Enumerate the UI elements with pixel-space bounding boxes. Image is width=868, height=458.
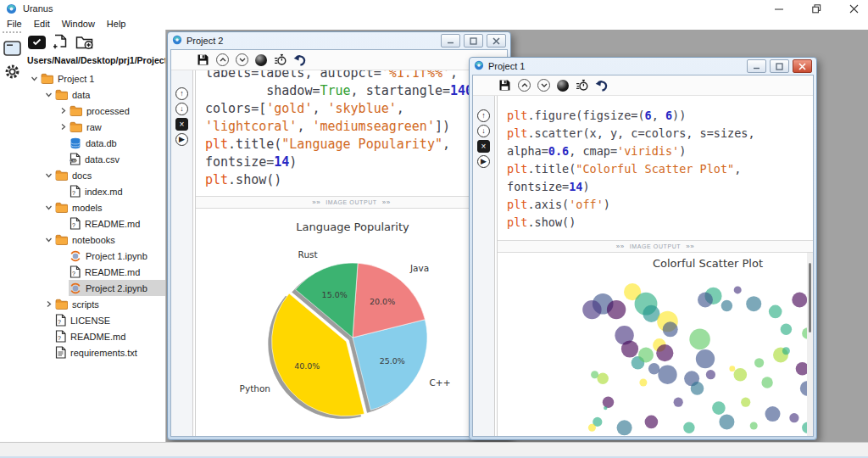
tree-item-data[interactable]: data — [24, 87, 165, 103]
code-editor[interactable]: plt.figure(figsize=(6, 6))plt.scatter(x,… — [498, 96, 813, 240]
move-cell-down-icon[interactable]: ↓ — [175, 103, 188, 115]
run-cell-icon[interactable]: ▶ — [175, 133, 188, 146]
code-line[interactable]: colors=['gold', 'skyblue', — [205, 100, 507, 118]
code-line[interactable]: plt.show() — [507, 214, 813, 232]
scrollbar-thumb[interactable] — [809, 263, 811, 332]
tree-item-processed[interactable]: processed — [24, 103, 165, 119]
tree-item-notebooks[interactable]: notebooks — [24, 232, 165, 248]
move-cell-down-icon[interactable]: ↓ — [477, 125, 490, 137]
scatter-point — [696, 349, 715, 368]
tree-item-readme-md[interactable]: ?README.md — [24, 328, 165, 344]
save-icon[interactable] — [498, 79, 511, 92]
move-cell-up-icon[interactable]: ↑ — [477, 109, 490, 122]
scrollbar-track[interactable] — [807, 253, 813, 436]
pie-category-label: Rust — [298, 249, 317, 260]
settings-gear-icon[interactable] — [2, 61, 22, 81]
new-file-button[interactable] — [53, 34, 68, 50]
child-title-bar[interactable]: Project 2 — [170, 32, 508, 49]
drag-grip[interactable] — [3, 31, 21, 35]
tree-item-data-csv[interactable]: CSVdata.csv — [24, 151, 165, 167]
chevron-down-icon[interactable] — [29, 75, 40, 82]
tree-item-readme-md[interactable]: ?README.md — [24, 215, 165, 232]
tree-item-docs[interactable]: docs — [24, 167, 165, 183]
md-icon: ? — [55, 314, 66, 327]
child-title-bar[interactable]: Project 1 — [472, 58, 814, 75]
maximize-icon[interactable] — [770, 59, 789, 73]
minimize-icon[interactable] — [441, 34, 460, 47]
run-timer-icon[interactable] — [576, 79, 588, 92]
tree-item-scripts[interactable]: scripts — [24, 296, 165, 312]
move-up-icon[interactable] — [518, 79, 531, 92]
child-window-project-1[interactable]: Project 1 — [469, 57, 817, 440]
close-icon[interactable] — [793, 59, 812, 73]
child-window-project-2[interactable]: Project 2 — [167, 31, 511, 440]
run-cell-icon[interactable]: ▶ — [477, 155, 490, 168]
delete-cell-icon[interactable]: × — [175, 118, 188, 131]
code-line[interactable]: plt.title("Language Popularity", — [205, 136, 507, 154]
chevron-down-icon[interactable] — [43, 236, 54, 243]
move-down-icon[interactable] — [537, 79, 550, 92]
tree-item-models[interactable]: models — [24, 199, 165, 215]
tree-item-project-1-ipynb[interactable]: Project 1.ipynb — [24, 248, 165, 264]
run-timer-icon[interactable] — [274, 53, 287, 66]
undo-icon[interactable] — [595, 80, 609, 92]
code-line[interactable]: alpha=0.6, cmap='viridis') — [507, 142, 813, 160]
tree-item-data-db[interactable]: data.db — [24, 135, 165, 151]
menu-help[interactable]: Help — [107, 19, 126, 29]
save-icon[interactable] — [197, 53, 209, 66]
code-line[interactable]: plt.show() — [205, 171, 507, 189]
output-label: IMAGE OUTPUT — [630, 243, 681, 249]
cell-gutter: ↑ ↓ × ▶ — [171, 70, 192, 436]
output-divider[interactable]: »» IMAGE OUTPUT »» — [498, 240, 813, 253]
run-all-icon[interactable] — [557, 80, 569, 92]
tree-item-index-md[interactable]: ?index.md — [24, 183, 165, 199]
restore-icon[interactable] — [810, 3, 822, 14]
code-line[interactable]: plt.title("Colorful Scatter Plot", — [507, 160, 813, 178]
code-editor[interactable]: labels=labels, autopct='%1.1f%%', shadow… — [196, 70, 507, 196]
add-folder-button[interactable] — [75, 35, 93, 50]
chevron-down-icon[interactable] — [43, 91, 54, 98]
delete-cell-icon[interactable]: × — [477, 140, 490, 153]
maximize-icon[interactable] — [464, 34, 483, 47]
chevron-down-icon[interactable] — [43, 204, 54, 211]
code-line[interactable]: plt.scatter(x, y, c=colors, s=sizes, — [507, 125, 813, 142]
child-window-body: ↑ ↓ × ▶ plt.figure(figsize=(6, 6))plt.sc… — [472, 75, 814, 437]
code-line[interactable]: fontsize=14) — [205, 154, 507, 171]
output-divider[interactable]: »» IMAGE OUTPUT »» — [196, 196, 507, 209]
run-all-icon[interactable] — [255, 54, 267, 66]
code-line[interactable]: labels=labels, autopct='%1.1f%%', — [205, 70, 507, 82]
txt-icon — [55, 346, 66, 359]
scatter-point — [638, 348, 654, 363]
menu-file[interactable]: File — [7, 19, 22, 29]
chevron-right-icon[interactable] — [43, 300, 54, 308]
minimize-icon[interactable] — [773, 3, 785, 14]
move-up-icon[interactable] — [216, 53, 229, 66]
title-bar[interactable]: Uranus — [0, 0, 868, 17]
scatter-chart-title: Colorful Scatter Plot — [653, 257, 763, 270]
tree-item-readme-md[interactable]: ?README.md — [24, 264, 165, 280]
tree-item-requirements-txt[interactable]: requirements.txt — [24, 344, 165, 360]
code-line[interactable]: shadow=True, startangle=140 — [205, 82, 507, 100]
chevron-right-icon[interactable] — [58, 107, 69, 114]
undo-icon[interactable] — [293, 54, 307, 66]
move-down-icon[interactable] — [236, 53, 248, 66]
code-line[interactable]: plt.axis('off') — [507, 196, 813, 214]
chevron-right-icon[interactable] — [58, 123, 69, 131]
chevron-down-icon[interactable] — [43, 171, 54, 179]
tree-item-project-1[interactable]: Project 1 — [24, 70, 165, 87]
code-line[interactable]: fontsize=14) — [507, 178, 813, 196]
explorer-panel-icon[interactable] — [2, 38, 22, 59]
code-line[interactable]: 'lightcoral', 'mediumseagreen']) — [205, 118, 507, 136]
close-icon[interactable] — [848, 3, 860, 14]
minimize-icon[interactable] — [747, 59, 766, 73]
menu-edit[interactable]: Edit — [34, 19, 50, 29]
tree-item-license[interactable]: ?LICENSE — [24, 312, 165, 328]
close-icon[interactable] — [487, 34, 506, 47]
scatter-point — [721, 300, 732, 311]
tree-item-project-2-ipynb[interactable]: Project 2.ipynb — [24, 280, 165, 296]
tree-item-raw[interactable]: raw — [24, 119, 165, 135]
tasks-button[interactable] — [28, 36, 46, 49]
move-cell-up-icon[interactable]: ↑ — [175, 87, 188, 100]
code-line[interactable]: plt.figure(figsize=(6, 6)) — [507, 107, 813, 125]
menu-window[interactable]: Window — [62, 19, 95, 29]
